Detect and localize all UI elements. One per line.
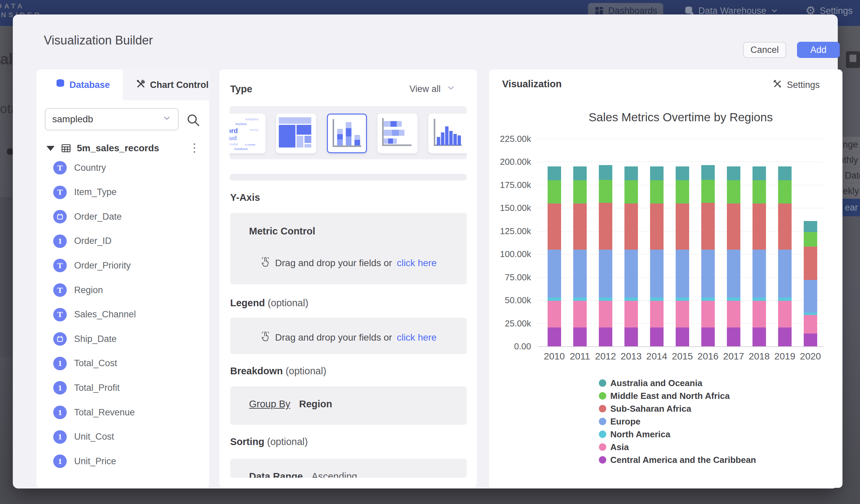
chart-type-card-treemap[interactable] [276, 114, 316, 153]
bar-segment[interactable] [676, 301, 689, 328]
field-item-country[interactable]: T Country [53, 160, 106, 175]
bar-segment[interactable] [625, 180, 638, 203]
bar-segment[interactable] [599, 165, 612, 180]
field-item-sales_channel[interactable]: T Sales_Channel [53, 307, 136, 322]
cancel-button[interactable]: Cancel [743, 42, 786, 58]
bar-segment[interactable] [804, 333, 817, 346]
bar-segment[interactable] [625, 203, 638, 250]
bar-segment[interactable] [548, 203, 561, 250]
field-item-unit_cost[interactable]: 1 Unit_Cost [53, 430, 114, 444]
bar-segment[interactable] [676, 203, 689, 250]
chart-type-card-stacked-column[interactable] [327, 114, 367, 153]
bar-2018[interactable] [752, 167, 766, 346]
click-here-link[interactable]: click here [397, 258, 436, 269]
bar-segment[interactable] [650, 203, 663, 250]
bar-segment[interactable] [752, 298, 766, 301]
carousel-scrollbar[interactable] [229, 174, 467, 181]
bar-segment[interactable] [573, 203, 587, 250]
legend-item[interactable]: Sub-Saharan Africa [599, 402, 756, 415]
bar-segment[interactable] [727, 328, 740, 346]
bar-segment[interactable] [727, 298, 740, 301]
bar-segment[interactable] [548, 328, 561, 346]
bar-segment[interactable] [625, 328, 638, 346]
bar-segment[interactable] [727, 203, 740, 250]
database-select[interactable]: sampledb [45, 108, 178, 130]
legend-dropzone[interactable]: Drag and drop your fields or click here [230, 318, 467, 354]
bar-segment[interactable] [548, 167, 561, 180]
bar-segment[interactable] [804, 232, 817, 247]
group-by-label[interactable]: Group By [249, 399, 290, 410]
bar-segment[interactable] [676, 180, 689, 203]
search-icon[interactable] [186, 113, 201, 127]
bar-segment[interactable] [625, 167, 638, 180]
bar-segment[interactable] [573, 180, 587, 203]
bar-segment[interactable] [752, 180, 766, 203]
bar-segment[interactable] [701, 203, 715, 249]
bar-segment[interactable] [804, 280, 817, 313]
bar-segment[interactable] [573, 250, 587, 298]
field-item-order_priority[interactable]: T Order_Priority [53, 258, 131, 273]
field-item-item_type[interactable]: T Item_Type [53, 185, 117, 200]
bar-segment[interactable] [650, 250, 663, 298]
bar-segment[interactable] [778, 250, 792, 298]
legend-item[interactable]: Australia and Oceania [599, 377, 756, 389]
caret-down-icon[interactable] [46, 146, 55, 151]
bar-segment[interactable] [701, 298, 715, 301]
bar-segment[interactable] [650, 301, 663, 328]
sorting-box[interactable]: Data Range Ascending [230, 459, 467, 478]
metric-control-dropzone[interactable]: Metric Control Drag and drop your fields… [230, 213, 467, 284]
table-tree-row[interactable]: 5m_sales_records [46, 143, 202, 154]
chart-type-card-word-cloud[interactable]: iness Analytics keylane Word money Cloud… [229, 114, 266, 153]
field-item-order_date[interactable]: Order_Date [53, 209, 121, 224]
bar-segment[interactable] [676, 167, 689, 180]
bar-segment[interactable] [676, 298, 689, 301]
bar-segment[interactable] [548, 250, 561, 298]
settings-button[interactable]: Settings [773, 79, 820, 91]
bar-segment[interactable] [599, 203, 612, 249]
legend-item[interactable]: Europe [599, 415, 756, 428]
chart-type-carousel[interactable]: iness Analytics keylane Word money Cloud… [229, 106, 467, 159]
bar-segment[interactable] [650, 328, 663, 346]
legend-item[interactable]: Central America and the Caribbean [599, 453, 756, 466]
field-item-order_id[interactable]: 1 Order_ID [53, 234, 112, 249]
bar-segment[interactable] [599, 250, 612, 298]
view-all-dropdown[interactable]: View all [410, 83, 456, 95]
bar-segment[interactable] [804, 315, 817, 333]
legend-item[interactable]: Asia [599, 441, 756, 453]
bar-segment[interactable] [778, 167, 792, 180]
bar-segment[interactable] [599, 180, 612, 203]
breakdown-box[interactable]: Group By Region [230, 386, 467, 425]
tab-database[interactable]: Database [55, 69, 110, 100]
add-button[interactable]: Add [797, 42, 840, 58]
bar-segment[interactable] [676, 250, 689, 298]
field-item-ship_date[interactable]: Ship_Date [53, 332, 117, 346]
bar-segment[interactable] [752, 250, 766, 298]
bar-2014[interactable] [650, 167, 663, 346]
tab-chart-control[interactable]: Chart Control [136, 69, 209, 100]
bar-segment[interactable] [701, 328, 715, 346]
bar-segment[interactable] [701, 301, 715, 328]
chart-type-card-column[interactable] [428, 114, 467, 153]
field-item-unit_price[interactable]: 1 Unit_Price [53, 454, 116, 469]
bar-segment[interactable] [573, 298, 587, 301]
bar-segment[interactable] [650, 167, 663, 180]
bar-segment[interactable] [727, 180, 740, 203]
field-item-total_cost[interactable]: 1 Total_Cost [53, 356, 117, 371]
bar-2020[interactable] [804, 221, 817, 346]
bar-segment[interactable] [778, 180, 792, 203]
legend-item[interactable]: Middle East and North Africa [599, 389, 756, 402]
bar-2011[interactable] [573, 167, 587, 346]
bar-2012[interactable] [599, 165, 612, 346]
bar-segment[interactable] [599, 301, 612, 328]
chart-type-card-stacked-bar[interactable] [377, 114, 417, 153]
bar-2013[interactable] [625, 167, 638, 346]
group-by-row[interactable]: Group By Region [249, 399, 332, 410]
sorting-row[interactable]: Data Range Ascending [249, 471, 357, 478]
bar-segment[interactable] [650, 180, 663, 203]
field-item-total_profit[interactable]: 1 Total_Profit [53, 380, 120, 395]
bar-segment[interactable] [548, 298, 561, 301]
bar-segment[interactable] [625, 301, 638, 328]
bar-segment[interactable] [573, 301, 587, 328]
bar-segment[interactable] [752, 301, 766, 328]
kebab-menu-icon[interactable]: ⋮ [189, 141, 199, 154]
